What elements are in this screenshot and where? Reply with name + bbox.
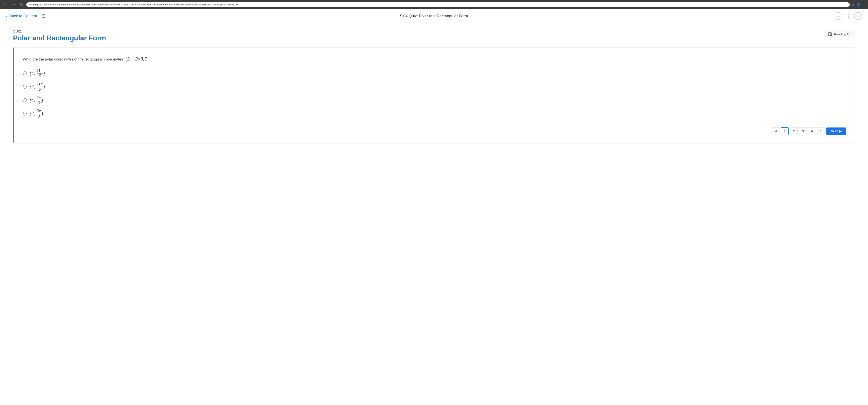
answer-option-2[interactable]: (2, 11π 6 ) bbox=[23, 82, 846, 92]
quiz-title-row: QUIZ: Polar and Rectangular Form 🎧 Readi… bbox=[13, 30, 855, 47]
answer-math-1: (4, 11π 6 ) bbox=[30, 69, 45, 78]
reading-off-button[interactable]: 🎧 Reading Off bbox=[824, 30, 855, 38]
radio-1[interactable] bbox=[23, 71, 27, 75]
next-arrow-icon: ▶ bbox=[839, 129, 842, 133]
answer-math-2: (2, 11π 6 ) bbox=[30, 82, 45, 92]
main-content: QUIZ: Polar and Rectangular Form 🎧 Readi… bbox=[0, 23, 868, 405]
radio-4[interactable] bbox=[23, 112, 27, 115]
next-label: Next bbox=[831, 129, 838, 133]
next-nav-btn[interactable]: › bbox=[854, 12, 862, 20]
fraction-2: 11π 6 bbox=[37, 82, 42, 92]
question-card: What are the polar coordinates of the re… bbox=[13, 47, 855, 143]
browser-bar: ← → ↻ learning.k12.com/d2l/le/enhancedSe… bbox=[0, 0, 868, 9]
answer-option-4[interactable]: (2, 5π 3 ) bbox=[23, 109, 846, 119]
answer-option-1[interactable]: (4, 11π 6 ) bbox=[23, 69, 846, 78]
quiz-title: Polar and Rectangular Form bbox=[13, 34, 106, 42]
question-text: What are the polar coordinates of the re… bbox=[23, 55, 846, 62]
back-to-content-label: Back to Content bbox=[9, 14, 37, 19]
headphones-icon: 🎧 bbox=[828, 32, 832, 36]
quiz-label: QUIZ: bbox=[13, 30, 106, 33]
more-options-icon[interactable]: ⋮ bbox=[846, 13, 850, 19]
answer-option-3[interactable]: (4, 5π 3 ) bbox=[23, 95, 846, 105]
prev-page-btn[interactable]: ◀ bbox=[772, 127, 779, 135]
browser-forward-btn[interactable]: → bbox=[10, 2, 17, 7]
browser-refresh-btn[interactable]: ↻ bbox=[19, 2, 25, 7]
prev-nav-btn[interactable]: ‹ bbox=[835, 12, 842, 20]
url-bar[interactable]: learning.k12.com/d2l/le/enhancedSequence… bbox=[26, 2, 850, 7]
page-btn-5[interactable]: 5 bbox=[817, 127, 825, 135]
bookmark-icon[interactable]: ☆ bbox=[851, 3, 855, 7]
fraction-1: 11π 6 bbox=[37, 69, 42, 78]
radio-2[interactable] bbox=[23, 85, 27, 89]
next-btn[interactable]: Next ▶ bbox=[826, 128, 846, 135]
reading-off-label: Reading Off bbox=[834, 32, 851, 36]
radio-3[interactable] bbox=[23, 98, 27, 102]
fraction-4: 5π 3 bbox=[37, 109, 41, 119]
chevron-left-icon: ‹ bbox=[6, 14, 8, 19]
top-nav: ‹ Back to Content ☰ 5.04 Quiz: Polar and… bbox=[0, 9, 868, 23]
menu-icon[interactable]: ⋮ bbox=[862, 3, 866, 7]
browser-back-btn[interactable]: ← bbox=[2, 2, 9, 7]
answer-math-3: (4, 5π 3 ) bbox=[30, 95, 43, 105]
answer-list: (4, 11π 6 ) (2, 11π bbox=[23, 69, 846, 119]
nav-right: ‹ ⋮ › bbox=[835, 12, 862, 20]
nav-title: 5.04 Quiz: Polar and Rectangular Form bbox=[400, 14, 468, 19]
page-btn-2[interactable]: 2 bbox=[790, 127, 798, 135]
question-math: (2, −2√3)? bbox=[124, 56, 147, 62]
page-btn-1[interactable]: 1 bbox=[781, 127, 788, 135]
profile-icon[interactable]: 👤 bbox=[856, 3, 861, 7]
page-btn-3[interactable]: 3 bbox=[799, 127, 807, 135]
quiz-heading: QUIZ: Polar and Rectangular Form bbox=[13, 30, 106, 47]
page-btn-4[interactable]: 4 bbox=[808, 127, 816, 135]
fraction-3: 5π 3 bbox=[37, 95, 41, 105]
back-to-content-link[interactable]: ‹ Back to Content bbox=[6, 14, 37, 19]
page-wrapper: ‹ Back to Content ☰ 5.04 Quiz: Polar and… bbox=[0, 9, 868, 405]
answer-math-4: (2, 5π 3 ) bbox=[30, 109, 43, 119]
pagination-row: ◀ 1 2 3 4 5 Next ▶ bbox=[23, 127, 846, 135]
hamburger-icon[interactable]: ☰ bbox=[41, 13, 46, 19]
